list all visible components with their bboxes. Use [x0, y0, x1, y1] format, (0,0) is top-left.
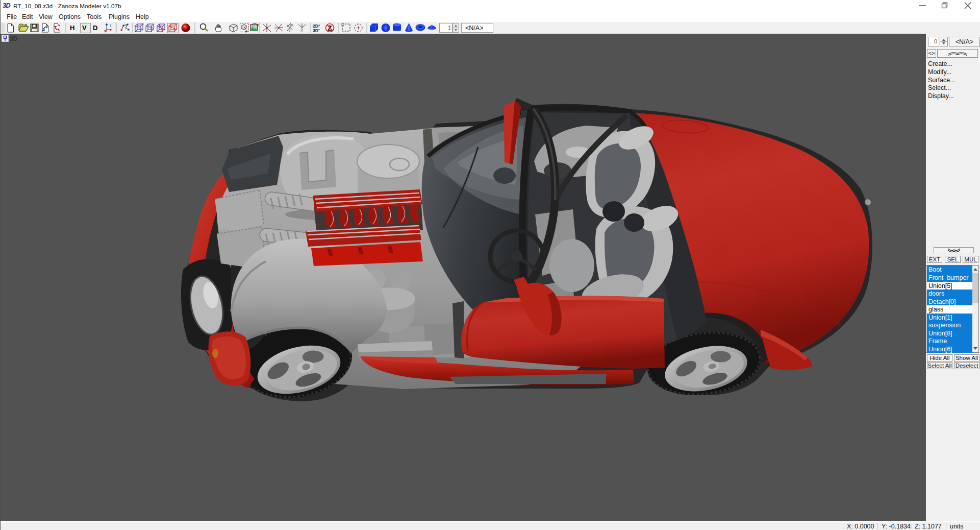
svg-text:H: H — [70, 24, 74, 32]
svg-text:3D: 3D — [313, 28, 318, 33]
svg-text:V: V — [82, 24, 87, 32]
svg-text:z: z — [110, 23, 112, 27]
svg-text:<N/A>: <N/A> — [465, 25, 483, 32]
svg-text:D: D — [93, 24, 97, 32]
svg-text:1: 1 — [448, 25, 451, 32]
